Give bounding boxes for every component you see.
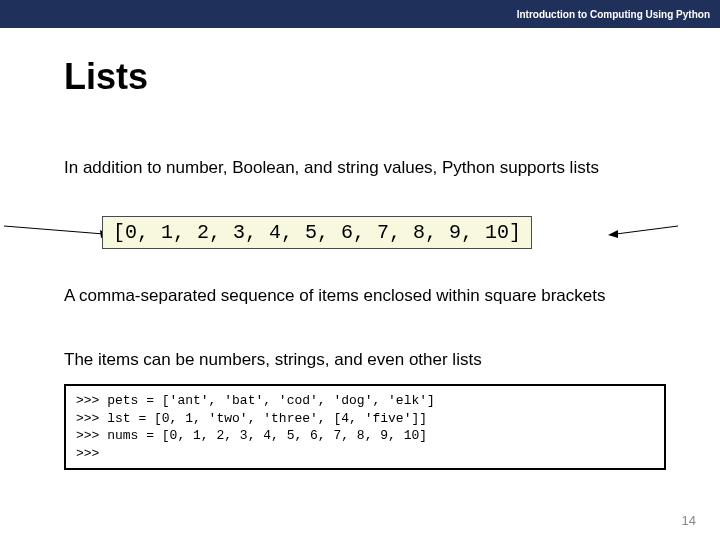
list-example-box: [0, 1, 2, 3, 4, 5, 6, 7, 8, 9, 10] (102, 216, 532, 249)
description-text-2: The items can be numbers, strings, and e… (64, 350, 666, 370)
code-example: >>> pets = ['ant', 'bat', 'cod', 'dog', … (64, 384, 666, 470)
arrow-right-icon (608, 224, 678, 240)
header-bar: Introduction to Computing Using Python (0, 0, 720, 28)
body: In addition to number, Boolean, and stri… (64, 158, 666, 470)
page-number: 14 (682, 513, 696, 528)
slide: Introduction to Computing Using Python L… (0, 0, 720, 540)
header-text: Introduction to Computing Using Python (517, 9, 710, 20)
intro-text: In addition to number, Boolean, and stri… (64, 158, 666, 178)
page-title: Lists (64, 56, 148, 98)
svg-marker-3 (608, 230, 618, 238)
svg-line-0 (4, 226, 104, 234)
list-diagram: [0, 1, 2, 3, 4, 5, 6, 7, 8, 9, 10] (64, 202, 666, 266)
svg-line-2 (616, 226, 678, 234)
arrow-left-icon (4, 224, 110, 240)
description-text: A comma-separated sequence of items encl… (64, 286, 666, 306)
